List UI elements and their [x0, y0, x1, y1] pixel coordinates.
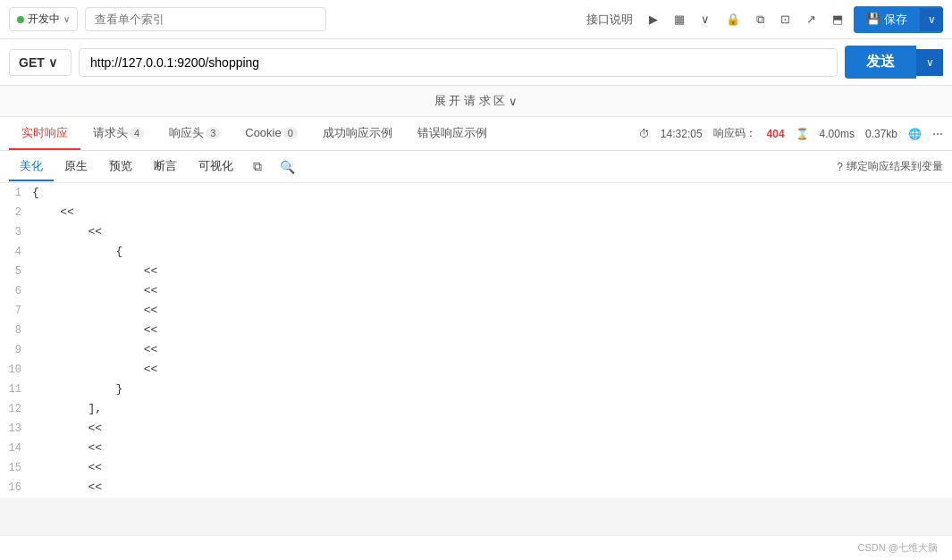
method-chevron-icon: ∨	[48, 55, 57, 70]
tab-realtime-label: 实时响应	[21, 126, 68, 139]
duration-icon: ⌛	[796, 128, 809, 140]
search-input[interactable]	[85, 7, 326, 31]
http-method-selector[interactable]: GET ∨	[9, 49, 72, 76]
more-icon[interactable]: ⋯	[932, 128, 943, 140]
table-row: 1{	[0, 183, 952, 203]
send-dropdown-button[interactable]: ∨	[916, 49, 943, 76]
send-button[interactable]: 发送	[845, 46, 916, 79]
save-label: 保存	[884, 12, 907, 28]
copy-icon-button[interactable]: ⧉	[751, 9, 770, 30]
line-content: <<	[32, 478, 952, 497]
chevron-down-icon-button[interactable]: ∨	[695, 9, 715, 29]
env-selector[interactable]: 开发中 ∨	[9, 7, 78, 31]
api-doc-button[interactable]: 接口说明	[581, 8, 638, 31]
line-number: 8	[0, 321, 32, 340]
bind-variable-button[interactable]: ? 绑定响应结果到变量	[837, 159, 943, 174]
screen-icon-button[interactable]: ⊡	[775, 9, 796, 29]
subtabs-row: 美化 原生 预览 断言 可视化 ⧉ 🔍 ? 绑定响应结果到变量	[0, 151, 952, 183]
subtab-assert-label: 断言	[154, 159, 177, 172]
subtab-assert[interactable]: 断言	[143, 153, 188, 181]
table-row: 7 <<	[0, 301, 952, 321]
line-number: 13	[0, 419, 32, 439]
grid-icon-button[interactable]: ▦	[669, 9, 690, 29]
bind-var-question-icon: ?	[837, 161, 843, 173]
subtab-raw-label: 原生	[64, 159, 88, 172]
line-content: <<	[32, 222, 952, 242]
tab-cookie-badge: 0	[283, 127, 298, 139]
line-number: 9	[0, 340, 32, 360]
line-number: 14	[0, 439, 32, 458]
line-content: <<	[32, 281, 952, 301]
tab-success-label: 成功响应示例	[323, 126, 392, 139]
tab-realtime-response[interactable]: 实时响应	[9, 118, 80, 150]
save-icon: 💾	[866, 13, 880, 26]
subtab-beautify-label: 美化	[20, 159, 43, 172]
search-input-wrap	[85, 7, 326, 31]
subtab-visualize-label: 可视化	[198, 159, 233, 172]
save-button[interactable]: 💾 保存	[854, 6, 920, 33]
table-row: 12 ],	[0, 399, 952, 419]
response-time: 14:32:05	[661, 128, 703, 140]
table-row: 8 <<	[0, 321, 952, 340]
line-number: 6	[0, 281, 32, 301]
tab-cookie-label: Cookie	[245, 126, 281, 139]
toolbar-actions: 接口说明 ▶ ▦ ∨ 🔒 ⧉ ⊡ ↗ ⬒ 💾 保存 ∨	[581, 6, 943, 33]
line-number: 5	[0, 262, 32, 281]
save-button-group: 💾 保存 ∨	[854, 6, 943, 33]
save-dropdown-button[interactable]: ∨	[920, 8, 943, 31]
url-bar: GET ∨ 发送 ∨	[0, 39, 952, 86]
url-input[interactable]	[79, 48, 838, 77]
line-number: 11	[0, 380, 32, 399]
tab-error-example[interactable]: 错误响应示例	[405, 118, 500, 150]
line-number: 15	[0, 458, 32, 478]
search-subtab-icon[interactable]: 🔍	[271, 155, 304, 180]
line-content: <<	[32, 321, 952, 340]
table-row: 4 {	[0, 242, 952, 262]
env-label: 开发中	[28, 12, 60, 27]
line-number: 1	[0, 183, 32, 203]
send-button-group: 发送 ∨	[845, 46, 943, 79]
response-tabs-row: 实时响应 请求头4 响应头3 Cookie0 成功响应示例 错误响应示例 ⏱ 1…	[0, 117, 952, 151]
tab-cookie[interactable]: Cookie0	[232, 119, 310, 148]
line-content: <<	[32, 203, 952, 222]
lock-icon-button[interactable]: 🔒	[720, 9, 746, 29]
tab-success-example[interactable]: 成功响应示例	[310, 118, 405, 150]
table-row: 16 <<	[0, 478, 952, 497]
line-number: 10	[0, 360, 32, 380]
time-icon: ⏱	[639, 128, 650, 140]
run-icon-button[interactable]: ▶	[644, 9, 663, 29]
tab-resheader-badge: 3	[206, 127, 220, 139]
code-label: 响应码：	[713, 126, 756, 141]
expand-request-bar[interactable]: 展 开 请 求 区 ∨	[0, 86, 952, 117]
response-size: 0.37kb	[865, 128, 897, 140]
line-content: <<	[32, 340, 952, 360]
table-row: 10 <<	[0, 360, 952, 380]
table-row: 5 <<	[0, 262, 952, 281]
env-status-dot	[17, 16, 24, 23]
line-number: 16	[0, 478, 32, 497]
response-meta: ⏱ 14:32:05 响应码： 404 ⌛ 4.00ms 0.37kb 🌐 ⋯	[639, 126, 943, 141]
subtab-beautify[interactable]: 美化	[9, 153, 54, 181]
subtab-preview-label: 预览	[109, 159, 132, 172]
method-label: GET	[19, 55, 45, 70]
subtab-preview[interactable]: 预览	[98, 153, 143, 181]
tab-request-headers[interactable]: 请求头4	[80, 118, 156, 150]
subtab-visualize[interactable]: 可视化	[188, 153, 244, 181]
expand-label: 展 开 请 求 区	[434, 93, 505, 109]
copy-subtab-icon[interactable]: ⧉	[244, 154, 271, 180]
import-icon-button[interactable]: ⬒	[827, 9, 848, 29]
tab-resheader-label: 响应头	[169, 126, 204, 139]
response-duration: 4.00ms	[820, 128, 855, 140]
response-code: 404	[767, 128, 785, 140]
line-number: 3	[0, 222, 32, 242]
table-row: 14 <<	[0, 439, 952, 458]
export-icon-button[interactable]: ↗	[801, 9, 821, 29]
subtab-raw[interactable]: 原生	[54, 153, 98, 181]
line-content: <<	[32, 458, 952, 478]
tab-response-headers[interactable]: 响应头3	[156, 118, 232, 150]
line-content: <<	[32, 262, 952, 281]
line-content: <<	[32, 301, 952, 321]
globe-icon[interactable]: 🌐	[908, 128, 922, 140]
line-content: {	[32, 242, 952, 262]
table-row: 2 <<	[0, 203, 952, 222]
